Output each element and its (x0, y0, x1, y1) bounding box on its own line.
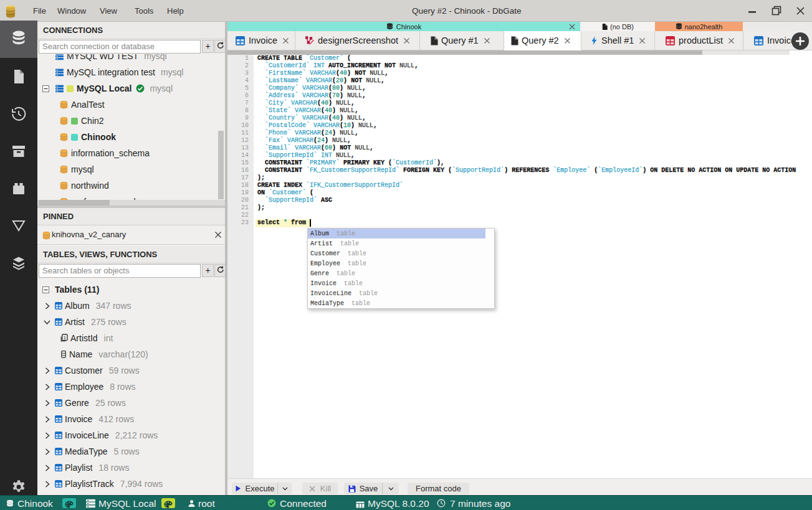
svg-text:1: 1 (64, 335, 66, 341)
